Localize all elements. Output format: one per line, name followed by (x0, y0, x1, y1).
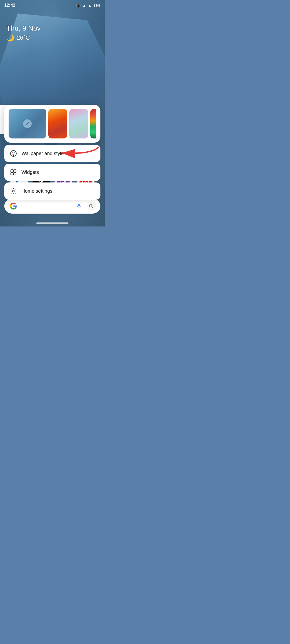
check-icon: ✓ (23, 119, 32, 128)
signal-icon: ▲ (88, 3, 92, 8)
svg-point-1 (12, 152, 13, 153)
svg-rect-7 (11, 173, 13, 175)
widgets-menu-item[interactable]: Widgets (4, 164, 100, 181)
wallpaper-style-label: Wallpaper and style (21, 151, 64, 156)
microphone-icon[interactable] (74, 201, 84, 211)
home-settings-menu-item[interactable]: Home settings (4, 182, 100, 200)
lens-icon[interactable] (86, 201, 96, 211)
wallpaper-thumb-3[interactable] (69, 109, 88, 138)
wallpaper-thumbnails: ✓ (9, 109, 96, 138)
widgets-icon (10, 169, 17, 176)
svg-point-2 (14, 152, 15, 153)
date-text: Thu, 9 Nov (6, 24, 41, 32)
svg-point-9 (13, 190, 15, 192)
widgets-label: Widgets (21, 170, 39, 175)
wallpaper-thumb-4[interactable] (90, 109, 96, 138)
svg-rect-6 (14, 170, 16, 172)
vibrate-icon: 📳 (76, 3, 81, 8)
google-logo (9, 201, 18, 211)
home-indicator (36, 222, 68, 224)
gear-icon (10, 187, 17, 195)
svg-rect-15 (92, 205, 92, 207)
google-search-bar[interactable] (4, 199, 100, 214)
wallpaper-thumb-2[interactable] (48, 109, 67, 138)
battery-text: 33% (93, 3, 100, 8)
context-menu: ✓ (4, 105, 100, 200)
menu-items-list: Wallpaper and style Widgets (4, 145, 100, 200)
palette-icon (10, 150, 17, 157)
wallpaper-picker-card[interactable]: ✓ (4, 105, 100, 143)
wallpaper-thumb-1[interactable]: ✓ (9, 109, 46, 138)
temperature-text: 26°C (17, 34, 30, 41)
svg-point-3 (15, 154, 15, 155)
weather-row: 🌙 26°C (6, 34, 41, 42)
svg-rect-8 (14, 173, 16, 175)
status-bar: 12:42 📳 ▲ ▲ 33% (0, 0, 105, 11)
svg-point-4 (12, 154, 13, 155)
selected-overlay: ✓ (9, 109, 46, 138)
status-icons: 📳 ▲ ▲ 33% (76, 3, 100, 8)
status-time: 12:42 (4, 3, 15, 8)
search-right-icons (74, 201, 96, 211)
wallpaper-style-menu-item[interactable]: Wallpaper and style (4, 145, 100, 162)
home-settings-label: Home settings (21, 188, 52, 194)
svg-rect-5 (11, 170, 13, 172)
date-weather-widget: Thu, 9 Nov 🌙 26°C (6, 24, 41, 42)
wifi-icon: ▲ (82, 3, 86, 8)
weather-icon: 🌙 (6, 34, 15, 42)
